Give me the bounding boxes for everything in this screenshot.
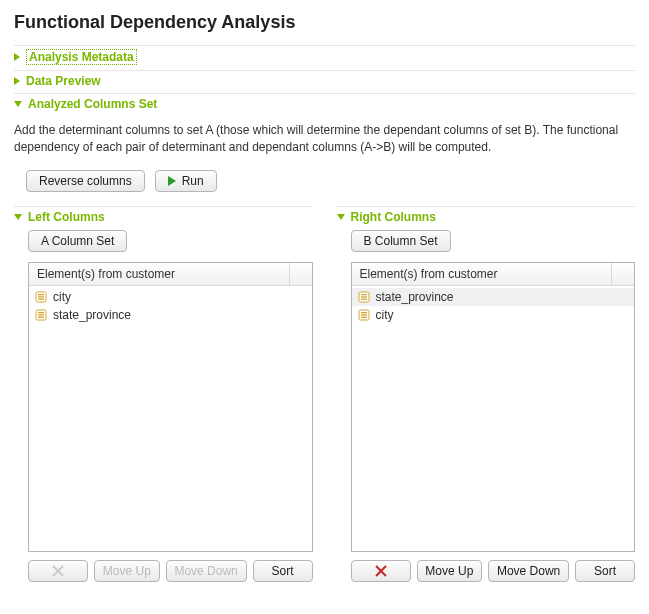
a-column-set-button[interactable]: A Column Set xyxy=(28,230,127,252)
reverse-columns-button[interactable]: Reverse columns xyxy=(26,170,145,192)
column-header[interactable]: Element(s) from customer xyxy=(29,263,290,285)
svg-rect-13 xyxy=(361,312,367,313)
section-analysis-metadata[interactable]: Analysis Metadata xyxy=(14,45,635,68)
section-analyzed-columns-set[interactable]: Analyzed Columns Set xyxy=(14,93,635,114)
play-icon xyxy=(168,176,176,186)
sort-button[interactable]: Sort xyxy=(253,560,313,582)
list-item[interactable]: city xyxy=(352,306,635,324)
list-item[interactable]: state_province xyxy=(352,288,635,306)
column-icon xyxy=(35,291,47,303)
svg-rect-10 xyxy=(361,296,367,297)
svg-rect-1 xyxy=(38,294,44,295)
button-label: Sort xyxy=(271,564,293,578)
section-label: Analysis Metadata xyxy=(26,49,137,65)
chevron-down-icon xyxy=(14,101,22,107)
move-up-button[interactable]: Move Up xyxy=(417,560,483,582)
chevron-right-icon xyxy=(14,77,20,85)
section-data-preview[interactable]: Data Preview xyxy=(14,70,635,91)
chevron-down-icon xyxy=(14,214,22,220)
button-label: Sort xyxy=(594,564,616,578)
panel-label: Right Columns xyxy=(351,210,436,224)
panel-header-left[interactable]: Left Columns xyxy=(14,206,313,230)
svg-rect-6 xyxy=(38,314,44,315)
right-column-list[interactable]: Element(s) from customer state_provincec… xyxy=(351,262,636,552)
list-header: Element(s) from customer xyxy=(29,263,312,286)
button-label: Reverse columns xyxy=(39,174,132,188)
panel-header-right[interactable]: Right Columns xyxy=(337,206,636,230)
sort-button[interactable]: Sort xyxy=(575,560,635,582)
list-item-label: city xyxy=(53,290,71,304)
chevron-down-icon xyxy=(337,214,345,220)
svg-rect-7 xyxy=(38,316,44,317)
left-column-list[interactable]: Element(s) from customer citystate_provi… xyxy=(28,262,313,552)
button-label: Run xyxy=(182,174,204,188)
chevron-right-icon xyxy=(14,53,20,61)
left-columns-panel: Left Columns A Column Set Element(s) fro… xyxy=(14,206,313,582)
svg-rect-2 xyxy=(38,296,44,297)
svg-rect-14 xyxy=(361,314,367,315)
right-columns-panel: Right Columns B Column Set Element(s) fr… xyxy=(337,206,636,582)
button-label: B Column Set xyxy=(364,234,438,248)
column-header[interactable]: Element(s) from customer xyxy=(352,263,613,285)
delete-button[interactable] xyxy=(28,560,88,582)
section-analyzed-body: Add the determinant columns to set A (th… xyxy=(14,114,635,590)
button-label: Move Up xyxy=(103,564,151,578)
page-title: Functional Dependency Analysis xyxy=(14,12,635,33)
list-header: Element(s) from customer xyxy=(352,263,635,286)
list-item-label: city xyxy=(376,308,394,322)
section-label: Data Preview xyxy=(26,74,101,88)
button-label: Move Down xyxy=(174,564,237,578)
move-down-button[interactable]: Move Down xyxy=(166,560,247,582)
svg-rect-11 xyxy=(361,298,367,299)
column-icon xyxy=(358,309,370,321)
section-label: Analyzed Columns Set xyxy=(28,97,157,111)
column-header-spacer xyxy=(290,263,312,285)
run-button[interactable]: Run xyxy=(155,170,217,192)
column-icon xyxy=(358,291,370,303)
column-icon xyxy=(35,309,47,321)
panel-label: Left Columns xyxy=(28,210,105,224)
list-item[interactable]: state_province xyxy=(29,306,312,324)
delete-icon xyxy=(374,564,388,578)
delete-icon xyxy=(51,564,65,578)
svg-rect-15 xyxy=(361,316,367,317)
button-label: Move Down xyxy=(497,564,560,578)
svg-rect-3 xyxy=(38,298,44,299)
move-up-button[interactable]: Move Up xyxy=(94,560,160,582)
list-item-label: state_province xyxy=(53,308,131,322)
section-description: Add the determinant columns to set A (th… xyxy=(14,122,635,156)
list-item-label: state_province xyxy=(376,290,454,304)
button-label: Move Up xyxy=(425,564,473,578)
column-header-spacer xyxy=(612,263,634,285)
svg-rect-5 xyxy=(38,312,44,313)
move-down-button[interactable]: Move Down xyxy=(488,560,569,582)
b-column-set-button[interactable]: B Column Set xyxy=(351,230,451,252)
svg-rect-9 xyxy=(361,294,367,295)
button-label: A Column Set xyxy=(41,234,114,248)
delete-button[interactable] xyxy=(351,560,411,582)
list-item[interactable]: city xyxy=(29,288,312,306)
